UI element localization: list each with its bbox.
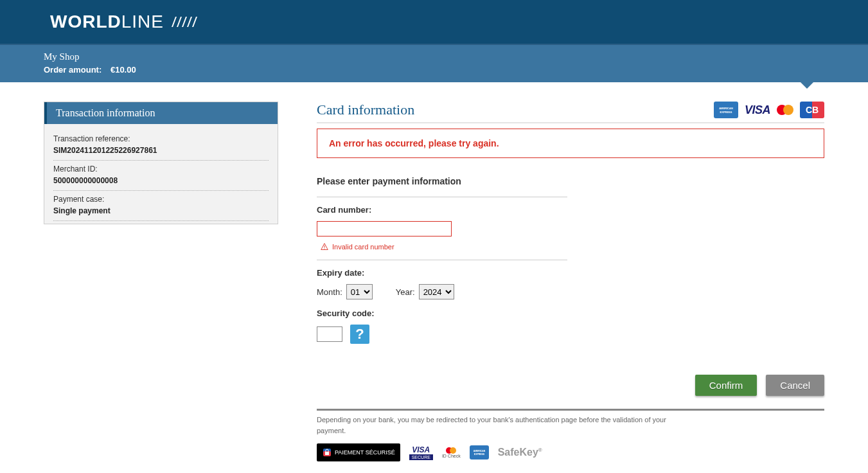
cvv-input[interactable] xyxy=(317,326,342,342)
paiement-securise-badge: PAIEMENT SÉCURISÉ xyxy=(317,443,400,461)
warning-icon xyxy=(321,243,328,251)
security-logos: PAIEMENT SÉCURISÉ VISA SECURE ID Check A… xyxy=(317,443,824,461)
card-number-error: Invalid card number xyxy=(321,243,567,251)
cancel-button[interactable]: Cancel xyxy=(766,375,824,396)
footer-note: Depending on your bank, you may be redir… xyxy=(317,415,677,436)
logo-light: LINE xyxy=(121,12,164,32)
svg-text:AMERICAN: AMERICAN xyxy=(719,107,733,110)
svg-text:EXPRESS: EXPRESS xyxy=(720,111,732,114)
mastercard-icon xyxy=(777,105,793,115)
action-buttons: Confirm Cancel xyxy=(317,375,824,396)
transaction-panel: Transaction information Transaction refe… xyxy=(44,102,278,224)
tx-merchant-label: Merchant ID: xyxy=(53,165,269,174)
transaction-sidebar: Transaction information Transaction refe… xyxy=(44,102,278,461)
card-number-error-text: Invalid card number xyxy=(332,243,394,251)
month-label: Month: xyxy=(317,287,342,297)
card-number-group: Card number: Invalid card number xyxy=(317,197,567,260)
order-amount-value: €10.00 xyxy=(111,65,136,75)
svg-point-4 xyxy=(324,248,324,249)
expiry-group: Expiry date: Month: 01 Year: 2024 xyxy=(317,260,567,308)
worldline-logo: WORLDLINE xyxy=(50,12,202,32)
shop-name: My Shop xyxy=(44,51,868,62)
cvv-group: Security code: ? xyxy=(317,308,567,353)
svg-text:EXPRESS: EXPRESS xyxy=(474,453,485,456)
card-info-title: Card information xyxy=(317,102,414,118)
year-label: Year: xyxy=(396,287,415,297)
logo-stripes-icon xyxy=(172,14,202,30)
tx-reference-value: SIM202411201225226927861 xyxy=(53,146,269,155)
svg-text:AMERICAN: AMERICAN xyxy=(473,450,485,452)
svg-rect-0 xyxy=(716,103,736,116)
tx-reference-item: Transaction reference: SIM20241120122522… xyxy=(53,130,269,161)
transaction-panel-title: Transaction information xyxy=(44,102,278,124)
cvv-help-button[interactable]: ? xyxy=(350,325,369,344)
lock-icon xyxy=(322,447,332,458)
order-amount-label: Order amount: xyxy=(44,65,102,75)
card-form-content: Card information AMERICANEXPRESS VISA CB… xyxy=(317,102,824,461)
mastercard-idcheck-icon: ID Check xyxy=(442,447,461,458)
top-header: WORLDLINE xyxy=(0,0,868,44)
tx-case-value: Single payment xyxy=(53,206,269,215)
svg-rect-7 xyxy=(325,452,329,455)
accepted-card-logos: AMERICANEXPRESS VISA CB xyxy=(714,102,824,118)
tx-reference-label: Transaction reference: xyxy=(53,134,269,143)
cvv-label: Security code: xyxy=(317,308,567,318)
tx-merchant-value: 500000000000008 xyxy=(53,176,269,185)
card-number-label: Card number: xyxy=(317,205,567,215)
tx-case-label: Payment case: xyxy=(53,195,269,204)
tx-merchant-item: Merchant ID: 500000000000008 xyxy=(53,161,269,191)
error-banner: An error has occurred, please try again. xyxy=(317,129,824,158)
cb-icon: CB xyxy=(800,102,824,118)
visa-icon: VISA xyxy=(745,103,770,117)
year-select[interactable]: 2024 xyxy=(419,284,454,299)
expiry-label: Expiry date: xyxy=(317,268,567,278)
month-select[interactable]: 01 xyxy=(346,284,373,299)
amex-icon: AMERICANEXPRESS xyxy=(714,102,738,118)
visa-secure-icon: VISA SECURE xyxy=(409,445,433,460)
footer-divider xyxy=(317,409,824,411)
amex-small-icon: AMERICANEXPRESS xyxy=(470,445,489,460)
form-instruction: Please enter payment information xyxy=(317,176,824,197)
safekey-icon: SafeKey® xyxy=(498,447,542,458)
card-number-input[interactable] xyxy=(317,221,452,236)
confirm-button[interactable]: Confirm xyxy=(695,375,757,396)
error-banner-text: An error has occurred, please try again. xyxy=(329,138,499,148)
order-bar: My Shop Order amount: €10.00 xyxy=(0,44,868,82)
tx-case-item: Payment case: Single payment xyxy=(53,191,269,221)
triangle-pointer-icon xyxy=(801,82,813,89)
logo-bold: WORLD xyxy=(50,12,121,32)
